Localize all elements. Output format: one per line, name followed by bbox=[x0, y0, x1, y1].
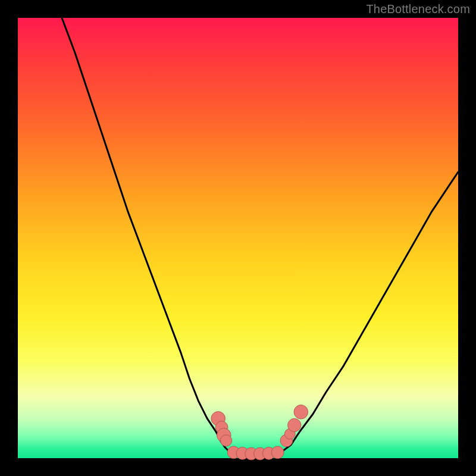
chart-frame: TheBottleneck.com bbox=[0, 0, 476, 476]
data-marker bbox=[220, 435, 231, 446]
bottleneck-path bbox=[62, 18, 458, 454]
data-marker bbox=[271, 446, 284, 459]
data-marker bbox=[294, 405, 308, 419]
watermark-text: TheBottleneck.com bbox=[366, 2, 470, 16]
bottleneck-curve bbox=[18, 18, 458, 458]
data-marker bbox=[288, 418, 301, 431]
plot-area bbox=[18, 18, 458, 458]
